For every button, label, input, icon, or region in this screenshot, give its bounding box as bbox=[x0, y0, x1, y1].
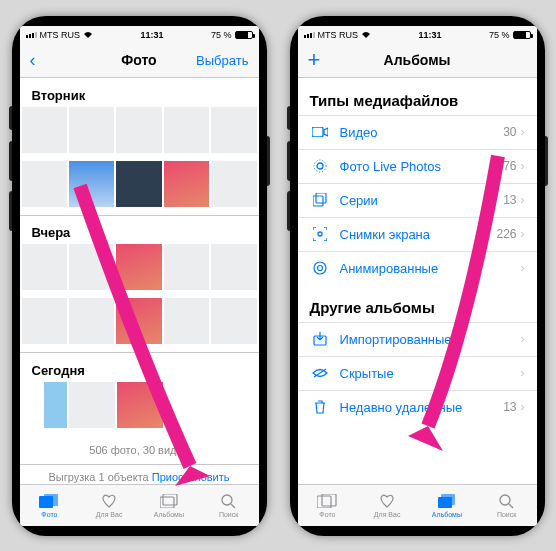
clock: 11:31 bbox=[371, 30, 489, 40]
photos-icon bbox=[317, 492, 337, 510]
wifi-icon bbox=[83, 31, 93, 39]
chevron-right-icon: › bbox=[517, 400, 525, 414]
signal-icon bbox=[304, 32, 315, 38]
chevron-right-icon: › bbox=[517, 193, 525, 207]
row-hidden[interactable]: Скрытые › bbox=[298, 356, 537, 390]
battery-icon bbox=[235, 31, 253, 39]
row-recently-deleted[interactable]: Недавно удаленные 13 › bbox=[298, 390, 537, 424]
carrier: MTS RUS bbox=[318, 30, 359, 40]
row-screenshots[interactable]: Снимки экрана 226 › bbox=[298, 217, 537, 251]
tab-search[interactable]: Поиск bbox=[199, 485, 259, 526]
tab-photos[interactable]: Фото bbox=[298, 485, 358, 526]
chevron-right-icon: › bbox=[517, 227, 525, 241]
svg-line-5 bbox=[231, 504, 235, 508]
screenshot-icon bbox=[310, 227, 330, 241]
thumbnail-row[interactable] bbox=[20, 382, 259, 436]
tabbar: Фото Для Вас Альбомы Поиск bbox=[298, 484, 537, 526]
section-today: Сегодня bbox=[20, 353, 259, 382]
thumbnail-row[interactable] bbox=[20, 244, 259, 298]
navbar: + Альбомы bbox=[298, 44, 537, 78]
statusbar: MTS RUS 11:31 75 % bbox=[20, 26, 259, 44]
heart-icon bbox=[101, 492, 117, 510]
row-livephotos[interactable]: Фото Live Photos 76 › bbox=[298, 149, 537, 183]
livephoto-icon bbox=[310, 159, 330, 173]
photos-icon bbox=[39, 492, 59, 510]
section-tuesday: Вторник bbox=[20, 78, 259, 107]
page-title: Альбомы bbox=[384, 52, 451, 68]
row-video[interactable]: Видео 30 › bbox=[298, 115, 537, 149]
svg-point-13 bbox=[314, 262, 326, 274]
svg-line-22 bbox=[509, 504, 513, 508]
svg-point-21 bbox=[500, 495, 510, 505]
clock: 11:31 bbox=[93, 30, 211, 40]
statusbar: MTS RUS 11:31 75 % bbox=[298, 26, 537, 44]
wifi-icon bbox=[361, 31, 371, 39]
tabbar: Фото Для Вас Альбомы Поиск bbox=[20, 484, 259, 526]
signal-icon bbox=[26, 32, 37, 38]
header-media-types: Типы медиафайлов bbox=[298, 78, 537, 115]
page-title: Фото bbox=[121, 52, 156, 68]
thumbnail-row[interactable] bbox=[20, 298, 259, 352]
svg-point-9 bbox=[314, 160, 326, 172]
svg-point-4 bbox=[222, 495, 232, 505]
tab-foryou[interactable]: Для Вас bbox=[79, 485, 139, 526]
tab-albums[interactable]: Альбомы bbox=[139, 485, 199, 526]
chevron-right-icon: › bbox=[517, 332, 525, 346]
phone-left: MTS RUS 11:31 75 % ‹ Фото Выбрать Вторни… bbox=[12, 16, 267, 536]
burst-icon bbox=[310, 193, 330, 207]
battery-pct: 75 % bbox=[489, 30, 510, 40]
header-other-albums: Другие альбомы bbox=[298, 285, 537, 322]
albums-icon bbox=[438, 492, 456, 510]
row-bursts[interactable]: Серии 13 › bbox=[298, 183, 537, 217]
tab-photos[interactable]: Фото bbox=[20, 485, 80, 526]
heart-icon bbox=[379, 492, 395, 510]
svg-rect-2 bbox=[160, 497, 174, 508]
svg-point-12 bbox=[318, 232, 322, 236]
hidden-icon bbox=[310, 368, 330, 378]
chevron-right-icon: › bbox=[517, 261, 525, 275]
animated-icon bbox=[310, 261, 330, 275]
chevron-right-icon: › bbox=[517, 125, 525, 139]
svg-rect-10 bbox=[313, 196, 323, 206]
thumbnail-row[interactable] bbox=[20, 161, 259, 215]
add-button[interactable]: + bbox=[308, 49, 364, 71]
back-button[interactable]: ‹ bbox=[30, 50, 86, 71]
thumbnail-row[interactable] bbox=[20, 107, 259, 161]
svg-rect-20 bbox=[441, 494, 455, 505]
row-animated[interactable]: Анимированные › bbox=[298, 251, 537, 285]
tab-albums[interactable]: Альбомы bbox=[417, 485, 477, 526]
tab-search[interactable]: Поиск bbox=[477, 485, 537, 526]
svg-point-14 bbox=[317, 266, 322, 271]
section-yesterday: Вчера bbox=[20, 215, 259, 244]
albums-icon bbox=[160, 492, 178, 510]
photos-content: Вторник Вчера Сегодня 506 фото, 30 видео bbox=[20, 78, 259, 484]
albums-content: Типы медиафайлов Видео 30 › Фото Live Ph… bbox=[298, 78, 537, 484]
import-icon bbox=[310, 332, 330, 346]
search-icon bbox=[499, 492, 514, 510]
svg-rect-1 bbox=[44, 494, 58, 506]
svg-rect-7 bbox=[312, 127, 323, 137]
svg-rect-3 bbox=[163, 494, 177, 505]
upload-status: Выгрузка 1 объекта Приостановить bbox=[20, 464, 259, 484]
phone-right: MTS RUS 11:31 75 % + Альбомы Типы медиаф… bbox=[290, 16, 545, 536]
summary-count: 506 фото, 30 видео bbox=[20, 436, 259, 464]
chevron-right-icon: › bbox=[517, 159, 525, 173]
tab-foryou[interactable]: Для Вас bbox=[357, 485, 417, 526]
chevron-right-icon: › bbox=[517, 366, 525, 380]
carrier: MTS RUS bbox=[40, 30, 81, 40]
navbar: ‹ Фото Выбрать bbox=[20, 44, 259, 78]
battery-icon bbox=[513, 31, 531, 39]
row-imported[interactable]: Импортированные › bbox=[298, 322, 537, 356]
pause-upload-link[interactable]: Приостановить bbox=[152, 471, 230, 483]
video-icon bbox=[310, 127, 330, 137]
svg-rect-11 bbox=[316, 193, 326, 203]
battery-pct: 75 % bbox=[211, 30, 232, 40]
select-button[interactable]: Выбрать bbox=[192, 53, 248, 68]
trash-icon bbox=[310, 400, 330, 414]
svg-point-8 bbox=[317, 163, 323, 169]
search-icon bbox=[221, 492, 236, 510]
